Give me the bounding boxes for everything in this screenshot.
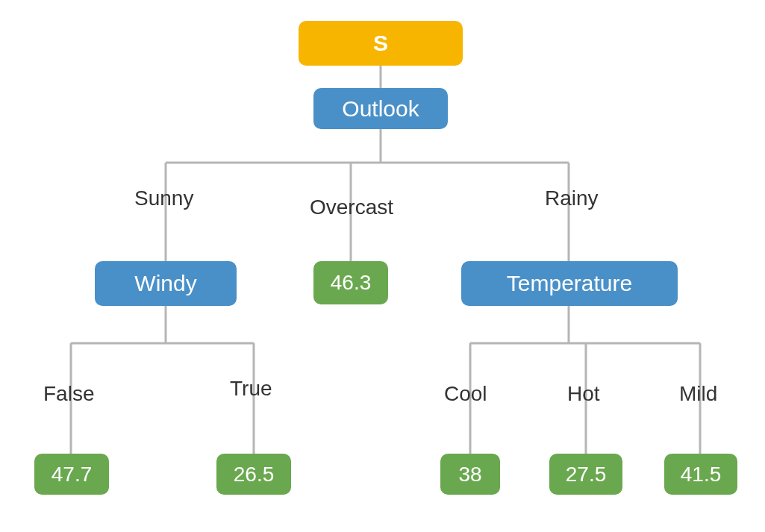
leaf-value: 41.5 — [681, 463, 722, 486]
leaf-value: 46.3 — [331, 271, 372, 295]
attr-node-windy: Windy — [95, 261, 237, 306]
edge-label-windy-false: False — [43, 382, 94, 406]
attr-node-outlook: Outlook — [313, 88, 448, 129]
edge-label-windy-true: True — [230, 377, 272, 401]
root-node: S — [299, 21, 463, 66]
leaf-node-temp-mild: 41.5 — [664, 454, 737, 495]
leaf-value: 26.5 — [234, 463, 275, 486]
attr-node-temperature: Temperature — [461, 261, 678, 306]
attr-label: Temperature — [507, 271, 632, 296]
leaf-node-overcast: 46.3 — [313, 261, 388, 304]
leaf-node-windy-true: 26.5 — [216, 454, 291, 495]
leaf-value: 38 — [458, 463, 481, 486]
leaf-node-temp-cool: 38 — [440, 454, 500, 495]
edge-label-temp-cool: Cool — [444, 382, 487, 406]
decision-tree-diagram: S Outlook Sunny Overcast Rainy Windy 46.… — [0, 0, 765, 532]
attr-label: Outlook — [342, 96, 419, 122]
leaf-node-temp-hot: 27.5 — [549, 454, 622, 495]
edge-label-temp-mild: Mild — [679, 382, 717, 406]
leaf-value: 27.5 — [566, 463, 607, 486]
root-label: S — [373, 31, 388, 56]
edge-label-rainy: Rainy — [545, 187, 599, 210]
leaf-value: 47.7 — [51, 463, 93, 486]
edge-label-overcast: Overcast — [310, 195, 393, 219]
edge-label-sunny: Sunny — [134, 187, 193, 210]
leaf-node-windy-false: 47.7 — [34, 454, 109, 495]
attr-label: Windy — [134, 271, 196, 296]
edge-label-temp-hot: Hot — [567, 382, 600, 406]
